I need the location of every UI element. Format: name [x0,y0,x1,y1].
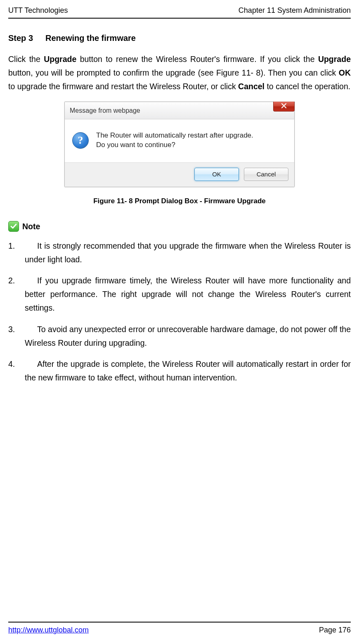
dialog-title: Message from webpage [70,105,140,116]
page-number: Page 176 [319,624,351,637]
close-icon [281,101,287,112]
close-button[interactable] [273,102,295,112]
figure-caption: Figure 11- 8 Prompt Dialog Box - Firmwar… [8,195,351,207]
intro-paragraph: Click the Upgrade button to renew the Wi… [8,52,351,93]
step-heading: Step 3Renewing the firmware [8,31,351,45]
dialog-line-1: The Router will automatically restart af… [96,131,253,140]
note-num: 4. [8,357,37,371]
dialog-message: The Router will automatically restart af… [96,131,253,150]
note-num: 3. [8,323,37,336]
note-label: Note [22,220,40,233]
dialog-actions: OK Cancel [65,162,294,187]
note-num: 1. [8,239,37,253]
header-company: UTT Technologies [8,4,68,17]
ok-keyword: OK [339,68,351,77]
dialog-figure: Message from webpage ? The Router will a… [8,102,351,187]
check-icon [8,221,19,232]
page-header: UTT Technologies Chapter 11 System Admin… [8,0,351,19]
upgrade-keyword-2: Upgrade [318,55,351,64]
page-footer: http://www.uttglobal.com Page 176 [8,622,351,637]
upgrade-keyword: Upgrade [44,55,76,64]
cancel-button[interactable]: Cancel [244,168,288,181]
dialog-content: ? The Router will automatically restart … [65,119,294,162]
step-title: Renewing the firmware [45,33,136,43]
footer-link[interactable]: http://www.uttglobal.com [8,624,89,637]
confirm-dialog: Message from webpage ? The Router will a… [64,102,295,187]
question-icon: ? [72,132,89,149]
dialog-titlebar: Message from webpage [65,102,294,119]
header-chapter: Chapter 11 System Administration [239,4,351,17]
note-item-1: 1.It is strongly recommended that you up… [8,239,351,266]
note-item-4: 4.After the upgrade is complete, the Wir… [8,357,351,385]
dialog-line-2: Do you want to continue? [96,140,253,150]
cancel-keyword: Cancel [238,82,265,91]
ok-button[interactable]: OK [194,168,239,181]
note-item-2: 2.If you upgrade firmware timely, the Wi… [8,274,351,315]
step-number: Step 3 [8,33,33,43]
note-num: 2. [8,274,37,288]
note-heading: Note [8,220,351,233]
note-item-3: 3.To avoid any unexpected error or unrec… [8,323,351,350]
